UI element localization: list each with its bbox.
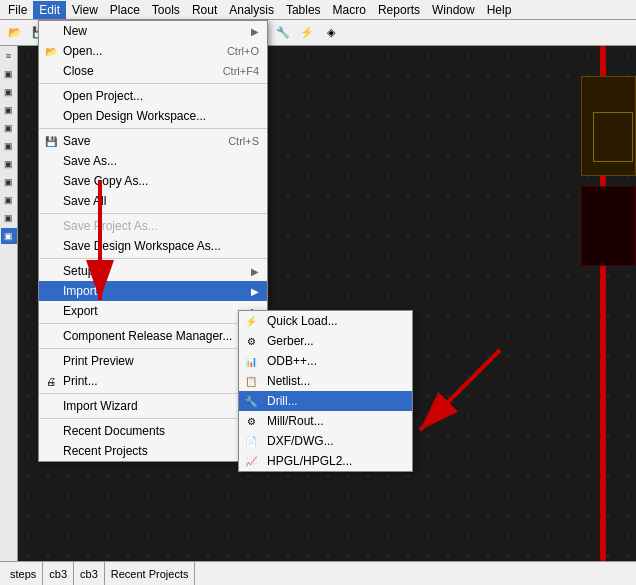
sep-5 bbox=[39, 323, 267, 324]
sidebar-cb3-4[interactable]: ▣ bbox=[1, 120, 17, 136]
mill-rout-icon: ⚙ bbox=[243, 413, 259, 429]
sidebar-cb3-5[interactable]: ▣ bbox=[1, 138, 17, 154]
menu-analysis[interactable]: Analysis bbox=[223, 1, 280, 19]
menu-save-project-as[interactable]: Save Project As... bbox=[39, 216, 267, 236]
open-shortcut: Ctrl+O bbox=[227, 45, 259, 57]
menu-window[interactable]: Window bbox=[426, 1, 481, 19]
menu-reports[interactable]: Reports bbox=[372, 1, 426, 19]
sep-3 bbox=[39, 213, 267, 214]
status-cb3-1: cb3 bbox=[43, 562, 74, 585]
submenu-drill[interactable]: 🔧 Drill... bbox=[239, 391, 412, 411]
submenu-dxf-dwg[interactable]: 📄 DXF/DWG... bbox=[239, 431, 412, 451]
sep-2 bbox=[39, 128, 267, 129]
menu-save-copy-as[interactable]: Save Copy As... bbox=[39, 171, 267, 191]
new-arrow: ▶ bbox=[251, 26, 259, 37]
open-icon: 📂 bbox=[43, 43, 59, 59]
save-icon: 💾 bbox=[43, 133, 59, 149]
submenu-mill-rout[interactable]: ⚙ Mill/Rout... bbox=[239, 411, 412, 431]
odb-icon: 📊 bbox=[243, 353, 259, 369]
menu-open-workspace[interactable]: Open Design Workspace... bbox=[39, 106, 267, 126]
menu-recent-documents[interactable]: Recent Documents ▶ bbox=[39, 421, 267, 441]
menu-macro[interactable]: Macro bbox=[327, 1, 372, 19]
save-shortcut: Ctrl+S bbox=[228, 135, 259, 147]
edit-dropdown[interactable]: New ▶ 📂 Open... Ctrl+O Close Ctrl+F4 Ope… bbox=[38, 20, 268, 462]
pcb-yellow-box bbox=[593, 112, 633, 162]
submenu-netlist[interactable]: 📋 Netlist... bbox=[239, 371, 412, 391]
menu-print-preview[interactable]: Print Preview bbox=[39, 351, 267, 371]
menu-file[interactable]: File bbox=[2, 1, 33, 19]
sidebar-layers[interactable]: ≡ bbox=[1, 48, 17, 64]
print-icon: 🖨 bbox=[43, 373, 59, 389]
menu-setup[interactable]: Setup ▶ bbox=[39, 261, 267, 281]
sep-7 bbox=[39, 393, 267, 394]
pcb-component-1 bbox=[581, 76, 636, 176]
menu-new[interactable]: New ▶ bbox=[39, 21, 267, 41]
pcb-component-2 bbox=[581, 186, 636, 266]
menu-close[interactable]: Close Ctrl+F4 bbox=[39, 61, 267, 81]
menu-save-as[interactable]: Save As... bbox=[39, 151, 267, 171]
toolbar-extra2[interactable]: ◈ bbox=[320, 22, 342, 44]
sep-1 bbox=[39, 83, 267, 84]
toolbar-extra[interactable]: ⚡ bbox=[296, 22, 318, 44]
import-submenu[interactable]: ⚡ Quick Load... ⚙ Gerber... 📊 ODB++... 📋… bbox=[238, 310, 413, 472]
toolbar-settings[interactable]: 🔧 bbox=[272, 22, 294, 44]
sidebar-cb3-steps[interactable]: ▣ bbox=[1, 210, 17, 226]
sidebar-cb3-3[interactable]: ▣ bbox=[1, 102, 17, 118]
sidebar-cb3-1[interactable]: ▣ bbox=[1, 66, 17, 82]
menu-edit[interactable]: Edit bbox=[33, 1, 66, 19]
dxf-icon: 📄 bbox=[243, 433, 259, 449]
menu-tables[interactable]: Tables bbox=[280, 1, 327, 19]
drill-icon: 🔧 bbox=[243, 393, 259, 409]
sidebar-cb3-6[interactable]: ▣ bbox=[1, 156, 17, 172]
status-cb3-2: cb3 bbox=[74, 562, 105, 585]
hpgl-icon: 📈 bbox=[243, 453, 259, 469]
menu-import-wizard[interactable]: Import Wizard bbox=[39, 396, 267, 416]
submenu-odb[interactable]: 📊 ODB++... bbox=[239, 351, 412, 371]
menu-recent-projects[interactable]: Recent Projects bbox=[39, 441, 267, 461]
menu-tools[interactable]: Tools bbox=[146, 1, 186, 19]
status-recent-projects: Recent Projects bbox=[105, 562, 196, 585]
sidebar-cb3-7[interactable]: ▣ bbox=[1, 174, 17, 190]
menu-help[interactable]: Help bbox=[481, 1, 518, 19]
menubar: File Edit View Place Tools Rout Analysis… bbox=[0, 0, 636, 20]
sep-4 bbox=[39, 258, 267, 259]
menu-import[interactable]: Import ▶ bbox=[39, 281, 267, 301]
close-shortcut: Ctrl+F4 bbox=[223, 65, 259, 77]
menu-save-workspace-as[interactable]: Save Design Workspace As... bbox=[39, 236, 267, 256]
submenu-hpgl[interactable]: 📈 HPGL/HPGL2... bbox=[239, 451, 412, 471]
menu-component-release[interactable]: Component Release Manager... bbox=[39, 326, 267, 346]
menu-rout[interactable]: Rout bbox=[186, 1, 223, 19]
menu-save-all[interactable]: Save All bbox=[39, 191, 267, 211]
submenu-quick-load[interactable]: ⚡ Quick Load... bbox=[239, 311, 412, 331]
menu-save[interactable]: 💾 Save Ctrl+S bbox=[39, 131, 267, 151]
sep-6 bbox=[39, 348, 267, 349]
sep-8 bbox=[39, 418, 267, 419]
sidebar-cb3-8[interactable]: ▣ bbox=[1, 192, 17, 208]
sidebar: ≡ ▣ ▣ ▣ ▣ ▣ ▣ ▣ ▣ ▣ ▣ bbox=[0, 46, 18, 561]
sidebar-cb3-2[interactable]: ▣ bbox=[1, 84, 17, 100]
menu-print[interactable]: 🖨 Print... bbox=[39, 371, 267, 391]
quick-load-icon: ⚡ bbox=[243, 313, 259, 329]
menu-open-project[interactable]: Open Project... bbox=[39, 86, 267, 106]
sidebar-cb3-9[interactable]: ▣ bbox=[1, 228, 17, 244]
menu-open[interactable]: 📂 Open... Ctrl+O bbox=[39, 41, 267, 61]
import-arrow: ▶ bbox=[251, 286, 259, 297]
toolbar-open[interactable]: 📂 bbox=[4, 22, 26, 44]
menu-place[interactable]: Place bbox=[104, 1, 146, 19]
gerber-icon: ⚙ bbox=[243, 333, 259, 349]
netlist-icon: 📋 bbox=[243, 373, 259, 389]
setup-arrow: ▶ bbox=[251, 266, 259, 277]
menu-view[interactable]: View bbox=[66, 1, 104, 19]
statusbar: steps cb3 cb3 Recent Projects bbox=[0, 561, 636, 585]
menu-export[interactable]: Export ▶ bbox=[39, 301, 267, 321]
status-steps: steps bbox=[4, 562, 43, 585]
submenu-gerber[interactable]: ⚙ Gerber... bbox=[239, 331, 412, 351]
